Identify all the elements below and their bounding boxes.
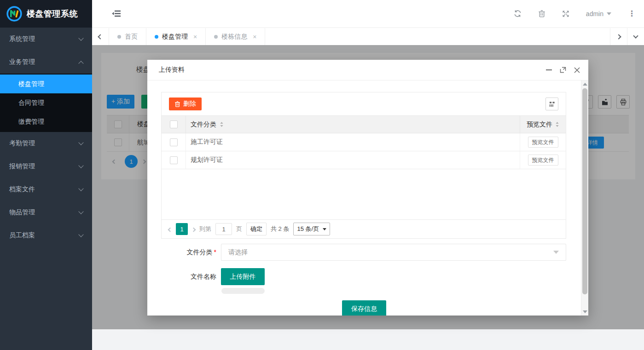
table-empty-area xyxy=(162,169,566,220)
column-header-category[interactable]: 文件分类 xyxy=(186,116,520,133)
sidebar: 楼盘管理系统 系统管理 业务管理 楼盘管理 合同管理 缴费管理 考勤管理 报 xyxy=(0,0,92,350)
sidebar-subitem-contract[interactable]: 合同管理 xyxy=(0,93,92,112)
prev-page-button[interactable] xyxy=(168,226,172,233)
sidebar-item-attendance[interactable]: 考勤管理 xyxy=(0,132,92,155)
tabs-scroll-left-button[interactable] xyxy=(92,28,109,45)
tab-close-icon[interactable]: × xyxy=(253,33,256,40)
sidebar-item-goods[interactable]: 物品管理 xyxy=(0,201,92,224)
chevron-right-icon xyxy=(616,34,621,39)
field-label-text: 文件分类 xyxy=(187,248,213,256)
goto-prefix-label: 到第 xyxy=(199,225,211,233)
name-field-label: 文件名称 xyxy=(159,268,216,285)
goto-page-input[interactable] xyxy=(215,223,232,235)
sidebar-item-system[interactable]: 系统管理 xyxy=(0,28,92,51)
row-checkbox[interactable] xyxy=(170,156,178,164)
scroll-up-arrow[interactable] xyxy=(583,83,587,86)
fullscreen-icon[interactable] xyxy=(562,10,569,17)
total-count-label: 共 2 条 xyxy=(271,225,289,233)
close-icon[interactable] xyxy=(574,67,580,73)
category-field-label: 文件分类* xyxy=(159,244,216,261)
tabbar-spacer xyxy=(265,28,610,45)
sidebar-subitem-building[interactable]: 楼盘管理 xyxy=(0,75,92,93)
next-page-button[interactable] xyxy=(192,226,195,233)
dropdown-caret-icon xyxy=(553,251,559,254)
sidebar-item-archive[interactable]: 档案文件 xyxy=(0,178,92,201)
chevron-down-icon xyxy=(78,186,83,191)
preview-file-button[interactable]: 预览文件 xyxy=(528,155,558,166)
preview-file-button[interactable]: 预览文件 xyxy=(528,137,558,148)
file-table: 删除 文件分类 预览文件 施工许可证 预览文件 xyxy=(161,92,566,239)
upload-progress-placeholder xyxy=(221,288,265,294)
page-1-button[interactable]: 1 xyxy=(176,223,188,235)
chevron-down-icon xyxy=(78,140,83,145)
page-size-value: 15 条/页 xyxy=(297,225,319,233)
sidebar-item-reimburse[interactable]: 报销管理 xyxy=(0,155,92,178)
kebab-menu-icon[interactable]: ⋮ xyxy=(628,9,636,18)
chevron-down-icon xyxy=(633,33,638,38)
row-checkbox[interactable] xyxy=(170,138,178,146)
tab-status-dot xyxy=(117,35,121,39)
sidebar-subitem-payment[interactable]: 缴费管理 xyxy=(0,112,92,131)
select-all-checkbox[interactable] xyxy=(170,120,178,128)
app-logo-icon xyxy=(6,6,23,22)
sidebar-item-label: 业务管理 xyxy=(9,58,35,66)
chevron-left-icon xyxy=(168,227,173,232)
select-all-cell xyxy=(162,116,186,133)
sidebar-item-label: 物品管理 xyxy=(9,208,35,217)
caret-down-icon xyxy=(607,12,611,15)
sidebar-item-label: 档案文件 xyxy=(9,185,35,194)
tab-building-info[interactable]: 楼栋信息 × xyxy=(206,28,265,45)
goto-confirm-button[interactable]: 确定 xyxy=(246,223,267,235)
sidebar-item-label: 系统管理 xyxy=(9,35,35,43)
goto-suffix-label: 页 xyxy=(236,225,242,233)
tabs-scroll-right-button[interactable] xyxy=(610,28,627,45)
column-header-preview[interactable]: 预览文件 xyxy=(520,116,566,133)
refresh-icon[interactable] xyxy=(514,10,522,17)
save-info-button[interactable]: 保存信息 xyxy=(342,300,386,316)
sidebar-item-label: 报销管理 xyxy=(9,162,35,171)
category-cell: 施工许可证 xyxy=(191,138,223,146)
trash-icon xyxy=(174,101,180,107)
tab-label: 楼盘管理 xyxy=(162,33,188,41)
sidebar-item-label: 考勤管理 xyxy=(9,139,35,148)
tab-status-dot xyxy=(214,35,218,39)
field-label-text: 文件名称 xyxy=(191,273,216,280)
scroll-down-arrow[interactable] xyxy=(583,310,587,313)
sidebar-item-business[interactable]: 业务管理 xyxy=(0,51,92,74)
page-size-select[interactable]: 15 条/页 xyxy=(293,223,330,235)
sidebar-subitem-label: 缴费管理 xyxy=(18,118,44,126)
chevron-left-icon xyxy=(98,34,103,39)
sidebar-submenu: 楼盘管理 合同管理 缴费管理 xyxy=(0,74,92,132)
chevron-down-icon xyxy=(78,163,83,168)
dropdown-caret-icon xyxy=(323,228,326,230)
minimize-icon[interactable] xyxy=(546,69,552,70)
category-select[interactable]: 请选择 xyxy=(221,244,566,261)
tab-label: 楼栋信息 xyxy=(221,33,247,41)
category-cell: 规划许可证 xyxy=(191,156,223,164)
tab-home[interactable]: 首页 xyxy=(109,28,146,45)
tab-close-icon[interactable]: × xyxy=(193,33,197,40)
upload-attachment-button[interactable]: 上传附件 xyxy=(221,268,265,285)
chevron-right-icon xyxy=(191,227,196,232)
table-row: 施工许可证 预览文件 xyxy=(162,133,566,151)
chevron-down-icon xyxy=(78,209,83,214)
sidebar-item-label: 员工档案 xyxy=(9,231,35,240)
user-menu[interactable]: admin xyxy=(586,10,611,17)
maximize-icon[interactable] xyxy=(560,67,566,73)
trash-icon[interactable] xyxy=(538,10,545,17)
dialog-header[interactable]: 上传资料 xyxy=(147,60,588,80)
topbar-actions: admin ⋮ xyxy=(514,9,636,18)
table-header-row: 文件分类 预览文件 xyxy=(162,115,566,133)
sidebar-menu: 系统管理 业务管理 楼盘管理 合同管理 缴费管理 考勤管理 报销管理 xyxy=(0,28,92,247)
tab-label: 首页 xyxy=(125,33,138,41)
scrollbar-thumb[interactable] xyxy=(582,88,587,294)
chevron-down-icon xyxy=(78,232,83,237)
column-toggle-button[interactable] xyxy=(545,98,558,110)
sidebar-subitem-label: 楼盘管理 xyxy=(18,80,44,88)
tab-building-management[interactable]: 楼盘管理 × xyxy=(146,28,206,45)
menu-fold-icon[interactable] xyxy=(112,10,121,17)
delete-button[interactable]: 删除 xyxy=(169,98,202,110)
grid-columns-icon xyxy=(549,101,556,108)
sidebar-item-staff[interactable]: 员工档案 xyxy=(0,224,92,247)
tabs-more-button[interactable] xyxy=(627,28,644,45)
